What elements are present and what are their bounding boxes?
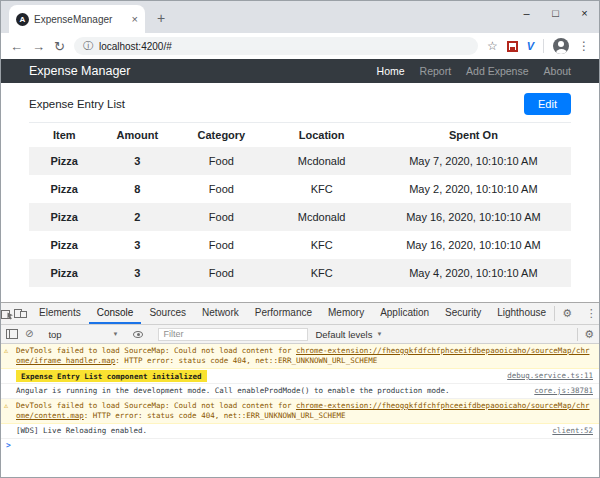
devtools-menu-icon[interactable]: ⋮	[579, 303, 600, 324]
table-cell: May 4, 2020, 10:10:10 AM	[376, 259, 571, 287]
table-cell: Pizza	[29, 147, 99, 175]
chevron-down-icon: ▼	[112, 331, 118, 337]
devtools-tab-application[interactable]: Application	[372, 303, 437, 324]
browser-tab-strip: A ExpenseManager × + – □ ×	[1, 1, 599, 33]
url-field[interactable]: ⓘ localhost:4200/#	[74, 37, 478, 55]
console-message-text: DevTools failed to load SourceMap: Could…	[16, 346, 593, 366]
forward-icon[interactable]: →	[32, 40, 45, 53]
console-message: ⚠DevTools failed to load SourceMap: Coul…	[1, 344, 599, 369]
log-text: Angular is running in the development mo…	[16, 386, 449, 395]
source-location-link[interactable]: client:52	[540, 426, 593, 436]
console-sidebar-icon[interactable]	[6, 329, 18, 339]
execution-context-dropdown[interactable]: top ▼	[48, 329, 118, 340]
devtools-tab-network[interactable]: Network	[194, 303, 247, 324]
app-navbar: Expense Manager HomeReportAdd ExpenseAbo…	[1, 59, 599, 83]
device-toolbar-icon[interactable]	[14, 303, 27, 324]
console-message: ⚠DevTools failed to load SourceMap: Coul…	[1, 399, 599, 424]
log-levels-label: Default levels	[315, 329, 372, 340]
source-location-link[interactable]: core.js:38781	[522, 386, 593, 396]
extension-red-icon[interactable]	[507, 41, 518, 52]
nav-item-home[interactable]: Home	[377, 65, 405, 77]
page-content: Expense Entry List Edit ItemAmountCatego…	[1, 83, 599, 302]
table-cell: Mcdonald	[267, 147, 375, 175]
devtools-tabbar-actions: ⚙ ⋮ ×	[554, 303, 600, 324]
table-row: Pizza8FoodKFCMay 2, 2020, 10:10:10 AM	[29, 175, 571, 203]
log-text: [WDS] Live Reloading enabled.	[16, 426, 147, 435]
nav-item-about[interactable]: About	[544, 65, 571, 77]
live-expression-eye-icon[interactable]	[133, 331, 143, 338]
console-settings-icon[interactable]: ⚙	[584, 329, 594, 340]
table-cell: KFC	[267, 231, 375, 259]
devtools-settings-icon[interactable]: ⚙	[555, 303, 579, 324]
console-message-text: [WDS] Live Reloading enabled.	[16, 426, 540, 436]
expense-table-head: ItemAmountCategoryLocationSpent On	[29, 123, 571, 148]
highlighted-log-text: Expense Entry List component initialized	[16, 370, 207, 382]
console-prompt-icon: >	[6, 441, 11, 450]
address-bar: ← → ↻ ⓘ localhost:4200/# ☆ V ⋮	[1, 33, 599, 59]
close-button[interactable]: ×	[570, 1, 599, 25]
log-text-tail: : HTTP error: status code 404, net::ERR_…	[84, 411, 346, 420]
table-row: Pizza2FoodMcdonaldMay 16, 2020, 10:10:10…	[29, 203, 571, 231]
table-cell: Food	[175, 203, 267, 231]
divider	[577, 328, 578, 341]
page-info-icon[interactable]: ⓘ	[83, 39, 93, 53]
inspect-element-icon[interactable]	[1, 303, 14, 324]
back-icon[interactable]: ←	[10, 40, 23, 53]
nav-item-report[interactable]: Report	[420, 65, 452, 77]
log-text: DevTools failed to load SourceMap: Could…	[16, 346, 296, 355]
devtools-tab-security[interactable]: Security	[437, 303, 489, 324]
tab-close-icon[interactable]: ×	[132, 13, 138, 25]
devtools-tab-sources[interactable]: Sources	[141, 303, 194, 324]
console-message-text: Angular is running in the development mo…	[16, 386, 522, 396]
source-location-link[interactable]: debug.service.ts:11	[495, 371, 593, 381]
log-text: DevTools failed to load SourceMap: Could…	[16, 401, 296, 410]
column-header-location: Location	[267, 123, 375, 148]
nav-item-add-expense[interactable]: Add Expense	[466, 65, 528, 77]
console-toolbar-right: ⚙	[577, 325, 594, 344]
log-levels-dropdown[interactable]: Default levels ▼	[315, 329, 382, 340]
clear-console-icon[interactable]: ⊘	[25, 329, 33, 339]
table-row: Pizza3FoodKFCMay 4, 2020, 10:10:10 AM	[29, 259, 571, 287]
chevron-down-icon: ▼	[376, 331, 382, 337]
browser-tab[interactable]: A ExpenseManager ×	[9, 5, 145, 33]
devtools-tab-memory[interactable]: Memory	[320, 303, 372, 324]
table-cell: May 16, 2020, 10:10:10 AM	[376, 231, 571, 259]
page-header: Expense Entry List Edit	[29, 89, 571, 119]
table-cell: May 7, 2020, 10:10:10 AM	[376, 147, 571, 175]
edit-button[interactable]: Edit	[524, 93, 571, 115]
devtools-tab-console[interactable]: Console	[89, 303, 142, 324]
table-cell: Food	[175, 259, 267, 287]
execution-context-label: top	[48, 329, 61, 340]
tab-title: ExpenseManager	[34, 14, 127, 25]
table-cell: 8	[99, 175, 175, 203]
devtools-tab-lighthouse[interactable]: Lighthouse	[489, 303, 554, 324]
devtools-tab-elements[interactable]: Elements	[31, 303, 89, 324]
angular-favicon-icon: A	[16, 13, 29, 26]
devtools-panel: ElementsConsoleSourcesNetworkPerformance…	[1, 302, 599, 477]
table-cell: Food	[175, 147, 267, 175]
table-cell: May 2, 2020, 10:10:10 AM	[376, 175, 571, 203]
app-brand[interactable]: Expense Manager	[29, 64, 130, 78]
console-prompt-row[interactable]: >	[1, 439, 599, 453]
table-cell: Pizza	[29, 175, 99, 203]
console-messages: ⚠DevTools failed to load SourceMap: Coul…	[1, 344, 599, 477]
devtools-tab-performance[interactable]: Performance	[247, 303, 320, 324]
nav-links: HomeReportAdd ExpenseAbout	[377, 65, 571, 77]
console-filter-input[interactable]	[158, 328, 308, 341]
extension-v-icon[interactable]: V	[527, 40, 534, 52]
devtools-tabs: ElementsConsoleSourcesNetworkPerformance…	[31, 303, 554, 324]
warning-icon: ⚠	[4, 401, 16, 411]
table-cell: 3	[99, 231, 175, 259]
browser-menu-icon[interactable]: ⋮	[578, 40, 590, 52]
table-cell: Food	[175, 175, 267, 203]
minimize-button[interactable]: –	[512, 1, 541, 25]
profile-avatar[interactable]	[553, 38, 569, 54]
url-text: localhost:4200/#	[99, 41, 172, 52]
reload-icon[interactable]: ↻	[54, 40, 65, 53]
devtools-tab-bar: ElementsConsoleSourcesNetworkPerformance…	[1, 303, 599, 325]
new-tab-button[interactable]: +	[157, 10, 165, 26]
maximize-button[interactable]: □	[541, 1, 570, 25]
bookmark-star-icon[interactable]: ☆	[487, 40, 498, 52]
console-message: Expense Entry List component initialized…	[1, 369, 599, 384]
page-title: Expense Entry List	[29, 98, 125, 110]
